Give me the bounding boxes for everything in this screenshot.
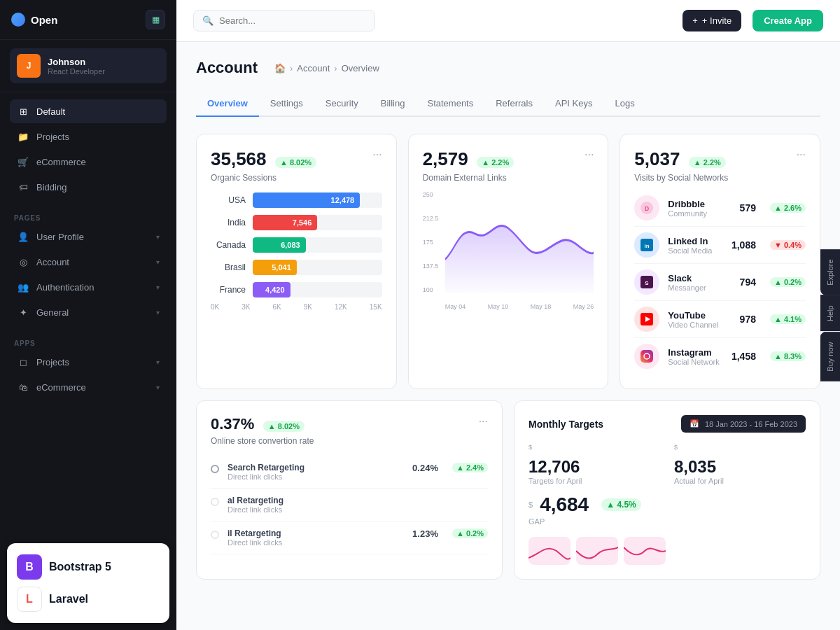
mini-charts (528, 537, 806, 565)
conv-row-il: il Retargeting Direct link clicks 1.23% … (211, 522, 488, 554)
conv-row-search: Search Retargeting Direct link clicks 0.… (211, 456, 488, 489)
bottom-row: 0.37% ▲ 8.02% ··· Online store convertio… (196, 400, 820, 580)
sidebar-item-label: User Profile (36, 232, 84, 242)
target-item-targets: $ 12,706 Targets for April (528, 444, 660, 485)
line-chart-svg (445, 191, 594, 293)
search-box[interactable]: 🔍 (193, 10, 375, 31)
create-app-button[interactable]: Create App (752, 10, 823, 31)
social-info: Linked In Social Media (668, 236, 723, 255)
sidebar-item-label: Authentication (36, 282, 94, 293)
sidebar-item-user-profile[interactable]: 👤 User Profile ▾ (10, 225, 167, 248)
sidebar-header: Open ▦ (0, 0, 176, 40)
bootstrap-icon: B (17, 554, 42, 580)
more-icon[interactable]: ··· (372, 148, 382, 161)
sidebar-item-account[interactable]: ◎ Account ▾ (10, 250, 167, 274)
more-icon[interactable]: ··· (479, 415, 488, 428)
invite-button[interactable]: + + Invite (682, 10, 741, 31)
sidebar-item-bidding[interactable]: 🏷 Bidding (10, 175, 167, 199)
stat-organic-sessions: 35,568 ▲ 8.02% ··· Organic Sessions USA … (196, 134, 397, 389)
tab-billing[interactable]: Billing (370, 91, 416, 117)
sidebar-item-label: eCommerce (36, 157, 86, 167)
social-list: D Dribbble Community 579 ▲ 2.6% in (634, 190, 806, 374)
target-label: Actual for April (674, 477, 806, 485)
help-tab[interactable]: Help (820, 295, 840, 332)
more-icon[interactable]: ··· (797, 148, 806, 161)
social-row-dribbble: D Dribbble Community 579 ▲ 2.6% (634, 190, 806, 227)
logo-icon (11, 13, 25, 27)
more-icon[interactable]: ··· (584, 148, 594, 161)
social-info: Dribbble Community (668, 199, 731, 218)
social-info: Instagram Social Network (668, 347, 723, 366)
tab-overview[interactable]: Overview (196, 91, 259, 117)
explore-tab[interactable]: Explore (820, 248, 840, 295)
svg-text:D: D (645, 205, 650, 212)
target-label: Targets for April (528, 477, 660, 485)
social-change: ▲ 2.6% (770, 203, 806, 213)
sidebar-item-ecommerce[interactable]: 🛒 eCommerce (10, 150, 167, 174)
x-axis: May 04May 10May 18May 26 (445, 303, 594, 310)
bootstrap-label: Bootstrap 5 (49, 561, 111, 573)
app-logo: Open (11, 13, 57, 27)
breadcrumb-overview: Overview (342, 63, 379, 74)
target-item-actual: $ 8,035 Actual for April (674, 444, 806, 485)
laravel-icon: L (17, 587, 42, 612)
social-change: ▲ 8.3% (770, 351, 806, 361)
tab-statements[interactable]: Statements (416, 91, 484, 117)
conv-circle (211, 498, 219, 506)
search-icon: 🔍 (202, 15, 214, 26)
tab-settings[interactable]: Settings (259, 91, 314, 117)
tab-referrals[interactable]: Referrals (484, 91, 544, 117)
nav-apps: APPS ◻ Projects ▾ 🛍 eCommerce ▾ (0, 328, 176, 403)
folder-icon: 📁 (17, 130, 29, 143)
sidebar-item-projects-app[interactable]: ◻ Projects ▾ (10, 350, 167, 374)
avatar: J (17, 54, 41, 78)
sidebar-item-general[interactable]: ✦ General ▾ (10, 300, 167, 324)
sidebar-item-default[interactable]: ⊞ Default (10, 99, 167, 123)
stat-label: Visits by Social Networks (634, 173, 806, 183)
social-info: YouTube Video Channel (668, 310, 731, 329)
tab-api-keys[interactable]: API Keys (544, 91, 603, 117)
tag-icon: 🏷 (17, 181, 29, 193)
sidebar-item-ecommerce-app[interactable]: 🛍 eCommerce ▾ (10, 375, 167, 399)
stat-social-networks: 5,037 ▲ 2.2% ··· Visits by Social Networ… (620, 134, 820, 389)
shop-icon: 🛍 (17, 381, 29, 393)
y-axis: 250 212.5 175 137.5 100 (423, 191, 444, 293)
social-row-linkedin: in Linked In Social Media 1,088 ▼ 0.4% (634, 227, 806, 264)
nav-pages: PAGES 👤 User Profile ▾ ◎ Account ▾ 👥 Aut… (0, 203, 176, 328)
sidebar-item-label: Projects (36, 357, 69, 368)
svg-text:S: S (645, 280, 650, 286)
stats-icon-btn[interactable]: ▦ (146, 10, 165, 29)
laravel-label: Laravel (49, 593, 88, 606)
stat-badge: ▲ 2.2% (477, 157, 514, 168)
svg-rect-8 (640, 350, 653, 363)
user-info: Johnson React Developer (48, 57, 160, 76)
chevron-down-icon: ▾ (156, 358, 160, 366)
sidebar-item-projects[interactable]: 📁 Projects (10, 125, 167, 148)
gap-label: GAP (528, 517, 806, 526)
conv-circle (211, 465, 219, 473)
gap-value: 4,684 (540, 493, 589, 516)
chevron-down-icon: ▾ (156, 384, 160, 391)
user-card[interactable]: J Johnson React Developer (10, 48, 167, 83)
social-change: ▲ 4.1% (770, 314, 806, 324)
linkedin-icon: in (634, 232, 659, 258)
stats-row: 35,568 ▲ 8.02% ··· Organic Sessions USA … (196, 134, 820, 389)
svg-text:in: in (645, 243, 650, 249)
bar-row-india: India 7,546 (211, 215, 382, 230)
instagram-icon (634, 344, 659, 369)
buy-now-tab[interactable]: Buy now (820, 331, 840, 381)
bar-row-canada: Canada 6,083 (211, 237, 382, 253)
social-info: Slack Messanger (668, 273, 731, 292)
social-row-slack: S Slack Messanger 794 ▲ 0.2% (634, 264, 806, 301)
sidebar-item-authentication[interactable]: 👥 Authentication ▾ (10, 275, 167, 299)
search-input[interactable] (219, 15, 359, 26)
dribbble-icon: D (634, 195, 659, 220)
breadcrumb-account[interactable]: Account (297, 63, 330, 74)
account-icon: ◎ (17, 255, 29, 268)
stat-value: 2,579 (423, 148, 468, 169)
conversion-badge: ▲ 8.02% (263, 421, 304, 432)
tab-security[interactable]: Security (314, 91, 370, 117)
tab-logs[interactable]: Logs (603, 91, 645, 117)
conversion-list: Search Retargeting Direct link clicks 0.… (211, 456, 488, 554)
social-change: ▼ 0.4% (770, 240, 806, 250)
